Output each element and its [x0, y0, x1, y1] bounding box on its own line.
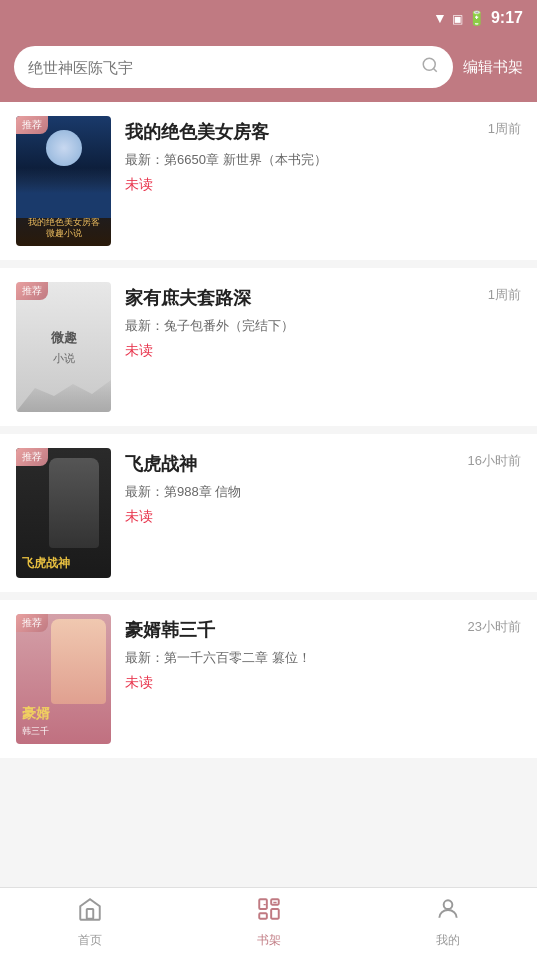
recommend-badge-4: 推荐 [16, 614, 48, 632]
svg-rect-2 [86, 909, 93, 919]
home-icon [77, 896, 103, 928]
book-latest-1: 最新：第6650章 新世界（本书完） [125, 150, 521, 170]
book-cover-2: 推荐 微趣 小说 [16, 282, 111, 412]
shelf-icon [256, 896, 282, 928]
nav-item-profile[interactable]: 我的 [415, 890, 481, 955]
book-status-1: 未读 [125, 176, 521, 194]
recommend-badge-2: 推荐 [16, 282, 48, 300]
status-bar: 9:17 [0, 0, 537, 36]
nav-label-home: 首页 [78, 932, 102, 949]
svg-rect-6 [259, 913, 267, 918]
book-time-2: 1周前 [488, 286, 521, 304]
book-latest-2: 最新：兔子包番外（完结下） [125, 316, 521, 336]
search-bar[interactable] [14, 46, 453, 88]
book-title-2: 家有庶夫套路深 [125, 286, 480, 310]
book-title-3: 飞虎战神 [125, 452, 460, 476]
edit-shelf-button[interactable]: 编辑书架 [463, 58, 523, 77]
book-title-4: 豪婿韩三千 [125, 618, 460, 642]
book-item-3[interactable]: 推荐 飞虎战神 飞虎战神 16小时前 最新：第988章 信物 未读 [0, 434, 537, 592]
book-status-2: 未读 [125, 342, 521, 360]
search-icon [421, 56, 439, 78]
book-item-4[interactable]: 推荐 豪婿 韩三千 豪婿韩三千 23小时前 最新：第一千六百零二章 篡位！ 未读 [0, 600, 537, 758]
svg-line-1 [433, 68, 436, 71]
bottom-nav: 首页 书架 我的 [0, 887, 537, 957]
book-info-4: 豪婿韩三千 23小时前 最新：第一千六百零二章 篡位！ 未读 [125, 614, 521, 744]
signal-icon [452, 9, 463, 27]
book-cover-3: 推荐 飞虎战神 [16, 448, 111, 578]
book-title-1: 我的绝色美女房客 [125, 120, 480, 144]
nav-label-shelf: 书架 [257, 932, 281, 949]
book-info-2: 家有庶夫套路深 1周前 最新：兔子包番外（完结下） 未读 [125, 282, 521, 412]
wifi-icon [433, 9, 447, 27]
book-cover-1: 推荐 我的绝色美女房客微趣小说 [16, 116, 111, 246]
book-item-1[interactable]: 推荐 我的绝色美女房客微趣小说 我的绝色美女房客 1周前 最新：第6650章 新… [0, 102, 537, 260]
book-latest-3: 最新：第988章 信物 [125, 482, 521, 502]
book-info-1: 我的绝色美女房客 1周前 最新：第6650章 新世界（本书完） 未读 [125, 116, 521, 246]
search-input[interactable] [28, 59, 413, 76]
book-status-3: 未读 [125, 508, 521, 526]
recommend-badge-1: 推荐 [16, 116, 48, 134]
book-latest-4: 最新：第一千六百零二章 篡位！ [125, 648, 521, 668]
profile-icon [435, 896, 461, 928]
book-status-4: 未读 [125, 674, 521, 692]
battery-icon [468, 9, 485, 27]
book-time-4: 23小时前 [468, 618, 521, 636]
book-info-3: 飞虎战神 16小时前 最新：第988章 信物 未读 [125, 448, 521, 578]
nav-item-shelf[interactable]: 书架 [236, 890, 302, 955]
book-item-2[interactable]: 推荐 微趣 小说 家有庶夫套路深 1周前 最新：兔子包番外（完结下） 未读 [0, 268, 537, 426]
book-time-1: 1周前 [488, 120, 521, 138]
status-icons [433, 9, 485, 27]
status-time: 9:17 [491, 9, 523, 27]
svg-point-7 [443, 900, 452, 909]
book-time-3: 16小时前 [468, 452, 521, 470]
header: 编辑书架 [0, 36, 537, 102]
svg-point-0 [423, 58, 435, 70]
nav-label-profile: 我的 [436, 932, 460, 949]
svg-rect-5 [271, 909, 279, 919]
nav-item-home[interactable]: 首页 [57, 890, 123, 955]
book-cover-4: 推荐 豪婿 韩三千 [16, 614, 111, 744]
book-list: 推荐 我的绝色美女房客微趣小说 我的绝色美女房客 1周前 最新：第6650章 新… [0, 102, 537, 887]
recommend-badge-3: 推荐 [16, 448, 48, 466]
